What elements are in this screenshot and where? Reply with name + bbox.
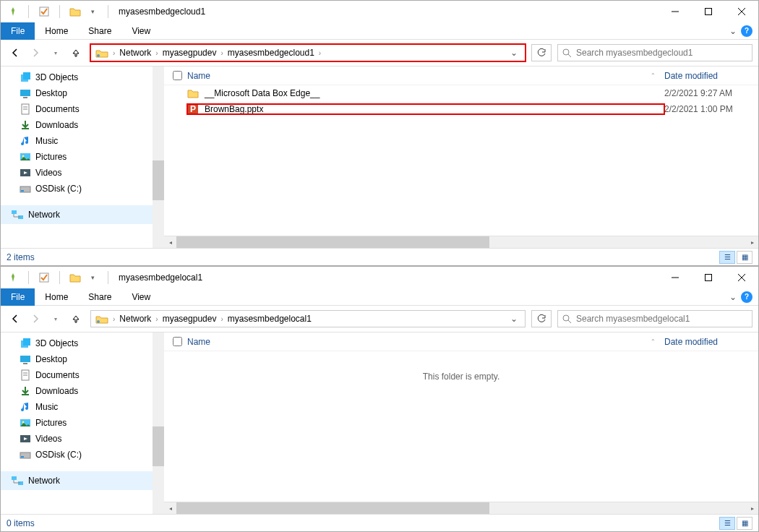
- properties-checkbox-icon[interactable]: [38, 5, 51, 18]
- address-dropdown-icon[interactable]: ⌄: [506, 48, 522, 58]
- recent-dropdown-icon[interactable]: ▾: [47, 44, 64, 61]
- details-view-button[interactable]: ☰: [719, 517, 735, 530]
- sidebar-item-desktop[interactable]: Desktop: [1, 351, 153, 367]
- sidebar-item-osdisk[interactable]: OSDisk (C:): [1, 447, 153, 463]
- horizontal-scrollbar[interactable]: ◂ ▸: [164, 502, 758, 514]
- qat-dropdown-icon[interactable]: ▾: [86, 271, 99, 284]
- chevron-right-icon[interactable]: ›: [218, 49, 226, 57]
- network-drive-icon[interactable]: [94, 314, 110, 324]
- close-button[interactable]: [725, 267, 758, 288]
- help-icon[interactable]: ?: [741, 291, 752, 303]
- tab-share[interactable]: Share: [78, 22, 121, 40]
- up-button[interactable]: [67, 44, 85, 61]
- sidebar-item-videos[interactable]: Videos: [1, 165, 153, 181]
- chevron-right-icon[interactable]: ›: [316, 49, 324, 57]
- address-bar[interactable]: › Network › myasegpudev › myasesmbedgelo…: [90, 310, 526, 327]
- sidebar-item-osdisk[interactable]: OSDisk (C:): [1, 181, 153, 197]
- recent-dropdown-icon[interactable]: ▾: [47, 310, 64, 327]
- forward-button[interactable]: [27, 310, 44, 327]
- tab-home[interactable]: Home: [35, 22, 78, 40]
- scroll-thumb[interactable]: [176, 236, 489, 248]
- chevron-right-icon[interactable]: ›: [218, 315, 226, 323]
- folder-icon: [69, 5, 82, 18]
- file-row-pptx[interactable]: PBrownBag.pptx 2/2/2021 1:00 PM: [164, 101, 758, 117]
- maximize-button[interactable]: [692, 267, 725, 288]
- sidebar-item-music[interactable]: Music: [1, 133, 153, 149]
- sidebar-item-downloads[interactable]: Downloads: [1, 117, 153, 133]
- qat-dropdown-icon[interactable]: ▾: [86, 5, 99, 18]
- minimize-button[interactable]: [659, 1, 692, 22]
- chevron-right-icon[interactable]: ›: [110, 315, 118, 323]
- icons-view-button[interactable]: ▦: [737, 251, 752, 264]
- scroll-right-icon[interactable]: ▸: [746, 236, 758, 248]
- back-button[interactable]: [7, 44, 24, 61]
- sidebar-item-3d-objects[interactable]: 3D Objects: [1, 335, 153, 351]
- column-name[interactable]: Name⌃: [187, 337, 664, 347]
- search-input[interactable]: Search myasesmbedgecloud1: [557, 44, 752, 61]
- maximize-button[interactable]: [692, 1, 725, 22]
- column-date-modified[interactable]: Date modified: [664, 337, 758, 347]
- properties-checkbox-icon[interactable]: [38, 271, 51, 284]
- address-bar[interactable]: › Network › myasegpudev › myasesmbedgecl…: [90, 44, 526, 61]
- forward-button[interactable]: [27, 44, 44, 61]
- address-dropdown-icon[interactable]: ⌄: [506, 314, 522, 324]
- pin-icon[interactable]: [7, 5, 20, 18]
- sidebar-item-desktop[interactable]: Desktop: [1, 85, 153, 101]
- file-list[interactable]: This folder is empty.: [164, 351, 758, 502]
- breadcrumb-share[interactable]: myasesmbedgecloud1: [226, 48, 316, 58]
- tab-file[interactable]: File: [1, 288, 35, 306]
- help-icon[interactable]: ?: [741, 25, 752, 37]
- sidebar-item-documents[interactable]: Documents: [1, 101, 153, 117]
- back-button[interactable]: [7, 310, 24, 327]
- sidebar-item-videos[interactable]: Videos: [1, 431, 153, 447]
- file-list[interactable]: __Microsoft Data Box Edge__ 2/2/2021 9:2…: [164, 85, 758, 236]
- up-button[interactable]: [67, 310, 85, 327]
- network-drive-icon[interactable]: [94, 48, 110, 58]
- tab-home[interactable]: Home: [35, 288, 78, 306]
- sidebar-item-downloads[interactable]: Downloads: [1, 383, 153, 399]
- select-all-checkbox[interactable]: [173, 337, 187, 346]
- breadcrumb-host[interactable]: myasegpudev: [161, 48, 218, 58]
- scroll-track[interactable]: [176, 236, 746, 248]
- scroll-thumb[interactable]: [176, 502, 489, 514]
- select-all-checkbox[interactable]: [173, 71, 187, 80]
- details-view-button[interactable]: ☰: [719, 251, 735, 264]
- sidebar-item-pictures[interactable]: Pictures: [1, 415, 153, 431]
- search-input[interactable]: Search myasesmbedgelocal1: [557, 310, 752, 327]
- expand-ribbon-icon[interactable]: ⌄: [725, 26, 741, 36]
- scroll-track[interactable]: [176, 502, 746, 514]
- horizontal-scrollbar[interactable]: ◂ ▸: [164, 236, 758, 248]
- breadcrumb-network[interactable]: Network: [118, 314, 153, 324]
- tab-share[interactable]: Share: [78, 288, 121, 306]
- refresh-button[interactable]: [531, 44, 552, 61]
- tab-view[interactable]: View: [121, 288, 160, 306]
- close-button[interactable]: [725, 1, 758, 22]
- tab-file[interactable]: File: [1, 22, 35, 40]
- sidebar-item-documents[interactable]: Documents: [1, 367, 153, 383]
- chevron-right-icon[interactable]: ›: [153, 315, 160, 323]
- icons-view-button[interactable]: ▦: [737, 517, 752, 530]
- breadcrumb-host[interactable]: myasegpudev: [161, 314, 218, 324]
- column-date-modified[interactable]: Date modified: [664, 71, 758, 81]
- sidebar-item-3d-objects[interactable]: 3D Objects: [1, 69, 153, 85]
- minimize-button[interactable]: [659, 267, 692, 288]
- breadcrumb-network[interactable]: Network: [118, 48, 153, 58]
- sidebar-item-network[interactable]: Network: [1, 205, 153, 224]
- scroll-left-icon[interactable]: ◂: [164, 502, 176, 514]
- sidebar-item-network[interactable]: Network: [1, 471, 153, 490]
- sidebar-item-pictures[interactable]: Pictures: [1, 149, 153, 165]
- column-name[interactable]: Name⌃: [187, 71, 664, 81]
- sidebar-item-music[interactable]: Music: [1, 399, 153, 415]
- chevron-right-icon[interactable]: ›: [153, 49, 160, 57]
- file-row-folder[interactable]: __Microsoft Data Box Edge__ 2/2/2021 9:2…: [164, 85, 758, 101]
- breadcrumb-share[interactable]: myasesmbedgelocal1: [226, 314, 313, 324]
- scroll-left-icon[interactable]: ◂: [164, 236, 176, 248]
- tab-view[interactable]: View: [121, 22, 160, 40]
- expand-ribbon-icon[interactable]: ⌄: [725, 292, 741, 302]
- navpane-scrollbar[interactable]: [153, 332, 164, 514]
- chevron-right-icon[interactable]: ›: [110, 49, 118, 57]
- scroll-right-icon[interactable]: ▸: [746, 502, 758, 514]
- pin-icon[interactable]: [7, 271, 20, 284]
- navpane-scrollbar[interactable]: [153, 66, 164, 248]
- refresh-button[interactable]: [531, 310, 552, 327]
